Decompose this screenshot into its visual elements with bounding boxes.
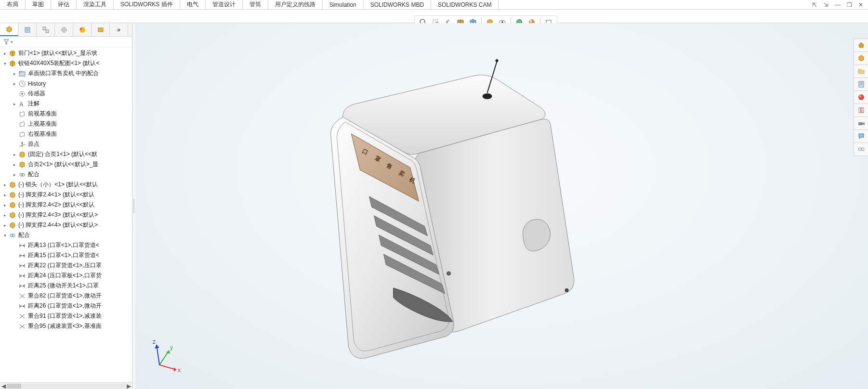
feature-tree[interactable]: ▸前门<1> (默认<<默认>_显示状▾铰链40X40X5装配图<1> (默认<… — [0, 47, 132, 382]
tree-item[interactable]: ▸卓面级口罩售卖机 中的配合 — [0, 68, 132, 78]
tree-item[interactable]: 上视基准面 — [0, 119, 132, 129]
appearance-pane-icon[interactable] — [854, 91, 868, 104]
folder-icon[interactable] — [854, 65, 868, 78]
tree-item[interactable]: 前视基准面 — [0, 109, 132, 119]
window-expand-button[interactable]: ⇲ — [822, 1, 830, 9]
feature-manager-tab[interactable] — [0, 23, 18, 36]
tree-item[interactable]: 距离25 (微动开关1<1>,口罩 — [0, 281, 132, 291]
tree-expand-icon — [12, 131, 17, 137]
window-restore-button[interactable]: ❐ — [845, 1, 854, 9]
custom-props-icon[interactable]: E — [854, 104, 868, 117]
tree-expand-icon[interactable]: ▸ — [12, 152, 17, 157]
scroll-track[interactable] — [7, 384, 125, 389]
ribbon-tab-tubing[interactable]: 管筒 — [243, 0, 268, 9]
tree-expand-icon — [12, 253, 17, 259]
ribbon-tab-simulation[interactable]: Simulation — [323, 0, 364, 9]
tree-expand-icon[interactable]: ▸ — [2, 212, 8, 218]
tree-expand-icon[interactable]: ▸ — [12, 162, 17, 168]
mates-folder-icon — [18, 70, 26, 78]
ribbon-tab-routing[interactable]: 用户定义的线路 — [268, 0, 323, 9]
tree-item[interactable]: 重合95 (减速装置<3>,基准面 — [0, 321, 132, 331]
3d-viewport[interactable]: 口罩售卖机 x y z — [135, 23, 868, 389]
ribbon-tab-addins[interactable]: SOLIDWORKS 插件 — [114, 0, 180, 9]
tree-item[interactable]: 距离22 (口罩货道<1>,压口罩 — [0, 260, 132, 271]
scroll-thumb[interactable] — [7, 384, 21, 389]
tree-item[interactable]: ▸(-) 锁头（小）<1> (默认<<默认 — [0, 180, 132, 190]
tree-expand-icon[interactable]: ▸ — [12, 71, 17, 77]
forum-icon[interactable] — [854, 130, 868, 143]
home-icon[interactable] — [854, 39, 868, 52]
ribbon-tab-piping[interactable]: 管道设计 — [206, 0, 243, 9]
tree-item[interactable]: ▸History — [0, 78, 132, 89]
tree-expand-icon[interactable]: ▸ — [2, 222, 8, 228]
filter-dropdown-icon[interactable]: ▾ — [11, 39, 13, 44]
tree-expand-icon[interactable]: ▸ — [2, 202, 8, 208]
camera-icon[interactable] — [854, 117, 868, 130]
scroll-right-icon[interactable]: ▶ — [125, 383, 132, 389]
tree-item[interactable]: ▸(固定) 合页1<1> (默认<<默 — [0, 149, 132, 159]
scroll-left-icon[interactable]: ◀ — [0, 383, 7, 389]
assembly-icon[interactable] — [854, 52, 868, 65]
tree-item-label: (-) 脚支撑2.4<2> (默认<<默认 — [18, 201, 94, 209]
tree-item[interactable]: ▾配合 — [0, 230, 132, 240]
tree-expand-icon[interactable]: ▸ — [12, 81, 17, 87]
tree-item[interactable]: 原点 — [0, 139, 132, 149]
tree-expand-icon[interactable]: ▸ — [2, 182, 8, 188]
tree-item[interactable]: 右视基准面 — [0, 129, 132, 139]
tree-item[interactable]: ▸(-) 脚支撑2.4<4> (默认<<默认> — [0, 220, 132, 230]
tree-expand-icon[interactable]: ▸ — [12, 172, 17, 178]
ribbon-tab-render[interactable]: 渲染工具 — [77, 0, 114, 9]
tree-item[interactable]: 距离15 (口罩<1>,口罩货道< — [0, 250, 132, 260]
tree-expand-icon[interactable]: ▸ — [2, 51, 8, 56]
display-manager-tab[interactable] — [73, 23, 92, 36]
dimxpert-tab[interactable] — [55, 23, 73, 36]
tree-item[interactable]: 距离24 (压口罩板<1>,口罩货 — [0, 271, 132, 281]
tree-expand-icon[interactable]: ▸ — [12, 101, 17, 107]
tree-item[interactable]: ▸(-) 脚支撑2.4<1> (默认<<默认 — [0, 190, 132, 200]
window-minimize-button[interactable]: — — [833, 1, 842, 9]
tree-manager-tabs: » — [0, 23, 132, 37]
property-manager-tab[interactable] — [18, 23, 37, 36]
tree-item-label: (-) 锁头（小）<1> (默认<<默认 — [18, 181, 98, 189]
main-row: » ▾ ▸前门<1> (默认<<默认>_显示状▾铰链40X40X5装配图<1> … — [0, 23, 868, 389]
coordinate-triad[interactable]: x y z — [150, 336, 188, 375]
tree-item[interactable]: ▸前门<1> (默认<<默认>_显示状 — [0, 48, 132, 58]
config-manager-tab[interactable] — [37, 23, 55, 36]
tree-expand-icon[interactable]: ▸ — [2, 192, 8, 198]
tree-item[interactable]: 传感器 — [0, 89, 132, 99]
tree-item[interactable]: ▾铰链40X40X5装配图<1> (默认< — [0, 58, 132, 68]
properties-icon[interactable] — [854, 78, 868, 91]
tree-item[interactable]: ▸配合 — [0, 169, 132, 180]
ribbon-tab-cam[interactable]: SOLIDWORKS CAM — [431, 0, 499, 9]
tree-item[interactable]: 距离13 (口罩<1>,口罩货道< — [0, 240, 132, 250]
tree-item[interactable]: ▸(-) 脚支撑2.4<2> (默认<<默认 — [0, 200, 132, 210]
window-collapse-button[interactable]: ⇱ — [810, 1, 819, 9]
part-icon — [18, 151, 26, 158]
cam-manager-tab[interactable] — [92, 23, 110, 36]
svg-point-77 — [496, 59, 499, 62]
tree-item[interactable]: 距离26 (口罩货道<1>,微动开 — [0, 301, 132, 311]
tree-item[interactable]: ▸合页2<1> (默认<<默认>_显 — [0, 159, 132, 169]
svg-point-74 — [565, 288, 569, 292]
ribbon-tab-layout[interactable]: 布局 — [0, 0, 26, 9]
svg-point-21 — [79, 27, 85, 33]
ribbon-tab-sketch[interactable]: 草图 — [26, 0, 51, 9]
ribbon-tab-mbd[interactable]: SOLIDWORKS MBD — [364, 0, 431, 9]
tree-tabs-expand[interactable]: » — [110, 23, 128, 36]
svg-point-34 — [22, 173, 25, 176]
tree-item[interactable]: 重合82 (口罩货道<1>,微动开 — [0, 291, 132, 301]
right-task-pane: E — [854, 39, 868, 156]
tree-item[interactable]: ▸A注解 — [0, 99, 132, 109]
ribbon-tab-evaluate[interactable]: 评估 — [51, 0, 77, 9]
model-render: 口罩售卖机 — [135, 23, 868, 389]
tree-hscroll[interactable]: ◀ ▶ — [0, 382, 132, 389]
tree-item[interactable]: ▸(-) 脚支撑2.4<3> (默认<<默认> — [0, 210, 132, 220]
tree-filter-bar[interactable]: ▾ — [0, 37, 132, 47]
tree-item[interactable]: 重合91 (口罩货道<1>,减速装 — [0, 311, 132, 321]
ribbon-tab-electrical[interactable]: 电气 — [180, 0, 206, 9]
window-close-button[interactable]: ✕ — [856, 1, 865, 9]
motion-icon[interactable] — [854, 143, 868, 156]
tree-item-label: 配合 — [28, 170, 39, 179]
tree-expand-icon[interactable]: ▾ — [2, 61, 8, 66]
tree-expand-icon[interactable]: ▾ — [2, 233, 8, 238]
